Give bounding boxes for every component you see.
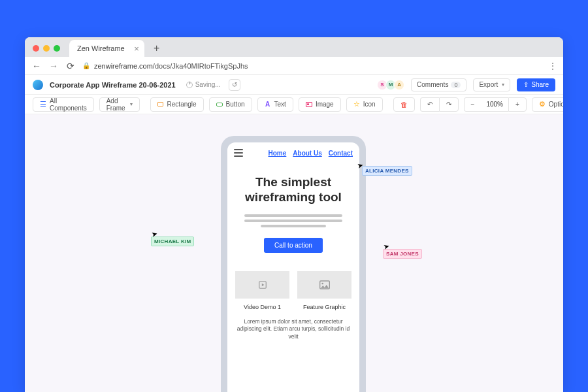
card-video[interactable]: Video Demo 1 — [235, 271, 289, 310]
canvas[interactable]: Home About Us Contact The simplest wiref… — [25, 114, 563, 392]
maximize-window-icon[interactable] — [54, 45, 60, 52]
zoom-group: − 100% + — [464, 97, 527, 112]
close-window-icon[interactable] — [33, 45, 39, 52]
chevron-down-icon: ▾ — [502, 82, 504, 88]
text-icon: A — [265, 101, 271, 108]
phone-frame[interactable]: Home About Us Contact The simplest wiref… — [221, 136, 366, 392]
share-button[interactable]: ⇪ Share — [517, 78, 555, 91]
button-icon — [216, 103, 223, 106]
toolbar: ☰ All Components Add Frame ▾ Rectangle B… — [25, 95, 563, 114]
card-image[interactable]: Feature Graphic — [297, 271, 351, 310]
sync-icon — [186, 82, 193, 88]
collaborator-cursor-michael: ➤ MICHAEL KIM — [151, 225, 194, 246]
cursor-label: SAM JONES — [383, 249, 422, 259]
collaborator-cursor-alicia: ➤ ALICIA MENDES — [357, 155, 412, 176]
phone-screen: Home About Us Contact The simplest wiref… — [227, 142, 359, 392]
redo-button[interactable]: ↷ — [439, 97, 459, 112]
mockup-cards: Video Demo 1 Feature Graphic — [227, 262, 359, 314]
card-caption: Feature Graphic — [303, 304, 346, 310]
button-tool[interactable]: Button — [209, 97, 252, 112]
new-tab-button[interactable]: + — [148, 40, 165, 57]
saving-status: Saving... — [186, 81, 221, 88]
avatar[interactable]: A — [394, 80, 404, 90]
add-frame-button[interactable]: Add Frame ▾ — [99, 97, 140, 112]
share-icon: ⇪ — [523, 81, 529, 88]
chevron-down-icon: ▾ — [130, 101, 133, 107]
image-icon — [306, 102, 312, 107]
all-components-button[interactable]: ☰ All Components — [33, 97, 94, 112]
comments-button[interactable]: Comments 0 — [411, 78, 466, 91]
tab-title: Zen Wireframe — [77, 44, 125, 52]
url-path: /docs/Jka40MIRtoFTikgSpJhs — [153, 62, 248, 70]
sliders-icon: ⚙ — [539, 100, 546, 108]
rectangle-tool[interactable]: Rectangle — [150, 97, 204, 112]
app-header: Corporate App Wireframe 20-06-2021 Savin… — [25, 75, 563, 95]
back-button[interactable]: ← — [31, 61, 42, 71]
mockup-nav: Home About Us Contact — [227, 142, 359, 161]
mockup-headline[interactable]: The simplest wireframing tool — [239, 175, 348, 205]
browser-window: Zen Wireframe × + ← → ⟳ 🔒 zenwireframe.c… — [25, 37, 563, 392]
star-icon: ☆ — [353, 101, 360, 108]
tab-strip: Zen Wireframe × + — [25, 37, 563, 57]
hamburger-icon[interactable] — [234, 149, 243, 157]
address-bar: ← → ⟳ 🔒 zenwireframe.com/docs/Jka40MIRto… — [25, 57, 563, 75]
placeholder-lines — [239, 214, 348, 227]
nav-home[interactable]: Home — [269, 150, 287, 157]
rectangle-icon — [157, 102, 163, 106]
url-field[interactable]: 🔒 zenwireframe.com/docs/Jka40MIRtoFTikgS… — [82, 62, 542, 70]
app-logo — [33, 80, 43, 90]
zoom-level[interactable]: 100% — [481, 97, 508, 112]
trash-icon: 🗑 — [400, 101, 408, 108]
url-domain: zenwireframe.com — [94, 62, 153, 70]
undo-redo-group: ↶ ↷ — [420, 97, 459, 112]
mockup-hero: The simplest wireframing tool Call to ac… — [227, 161, 359, 262]
card-caption: Video Demo 1 — [244, 304, 281, 310]
nav-contact[interactable]: Contact — [329, 150, 353, 157]
collaborator-avatars: S M A — [379, 80, 404, 90]
forward-button[interactable]: → — [48, 61, 59, 71]
cta-button[interactable]: Call to action — [264, 238, 323, 253]
delete-button[interactable]: 🗑 — [393, 97, 415, 112]
menu-icon: ☰ — [40, 100, 46, 108]
play-icon — [258, 280, 267, 289]
history-button[interactable]: ↺ — [229, 79, 240, 91]
minimize-window-icon[interactable] — [43, 45, 50, 52]
mockup-nav-links: Home About Us Contact — [269, 150, 353, 157]
browser-menu-icon[interactable]: ⋮ — [548, 61, 557, 71]
zoom-in-button[interactable]: + — [508, 97, 527, 112]
svg-point-2 — [321, 282, 323, 284]
icon-tool[interactable]: ☆Icon — [346, 97, 383, 112]
picture-icon — [319, 280, 330, 289]
reload-button[interactable]: ⟳ — [65, 61, 76, 71]
document-title[interactable]: Corporate App Wireframe 20-06-2021 — [50, 81, 176, 89]
close-tab-icon[interactable]: × — [134, 44, 139, 54]
mockup-paragraph[interactable]: Lorem ipsum dolor sit amet, consectetur … — [227, 314, 359, 346]
lock-icon: 🔒 — [82, 62, 90, 69]
nav-about[interactable]: About Us — [293, 150, 321, 157]
image-tool[interactable]: Image — [299, 97, 341, 112]
options-button[interactable]: ⚙Options — [532, 97, 563, 112]
text-tool[interactable]: AText — [257, 97, 293, 112]
undo-button[interactable]: ↶ — [420, 97, 439, 112]
comments-count: 0 — [451, 82, 461, 88]
browser-tab[interactable]: Zen Wireframe × — [69, 40, 144, 57]
export-button[interactable]: Export ▾ — [473, 78, 510, 91]
zoom-out-button[interactable]: − — [464, 97, 482, 112]
window-controls — [30, 45, 67, 57]
collaborator-cursor-sam: ➤ SAM JONES — [383, 238, 422, 259]
